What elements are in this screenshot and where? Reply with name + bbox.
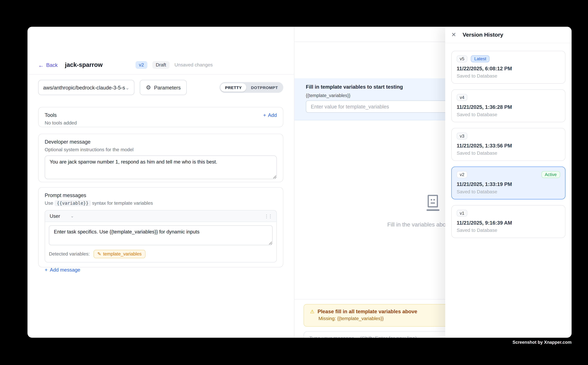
toggle-dotprompt[interactable]: DOTPROMPT [246,83,283,92]
back-label: Back [46,62,58,68]
version-card-row: v5 Latest [457,55,560,62]
version-card-row: v1 [457,210,560,217]
version-card-row: v2 Active [457,171,560,178]
template-variable-chip[interactable]: ✎ template_variables [94,250,145,258]
format-toggle: PRETTY DOTPROMPT [220,82,283,93]
version-badge: v2 [136,61,147,69]
developer-message-title: Developer message [45,139,277,145]
prompt-messages-card: Prompt messages Use {{variable}} syntax … [38,187,283,267]
version-save-status: Saved to Database [457,112,560,117]
plus-icon: + [263,112,266,118]
subtitle-prefix: Use [45,201,53,206]
version-date: 11/21/2025, 1:33:56 PM [457,143,560,149]
close-icon[interactable]: ✕ [451,31,456,38]
version-card-row: v3 [457,133,560,139]
version-save-status: Saved to Database [457,151,560,156]
warning-title: Please fill in all template variables ab… [318,309,417,315]
version-history-title: Version History [463,32,503,38]
version-date: 11/21/2025, 1:33:19 PM [457,182,560,187]
detected-variables-row: Detected variables: ✎ template_variables [45,250,276,262]
version-chip: v3 [457,133,467,139]
variable-syntax-chip: {{variable}} [55,200,91,206]
version-date: 11/22/2025, 6:08:12 PM [457,66,560,71]
prompt-messages-subtitle: Use {{variable}} syntax for template var… [45,201,277,206]
plus-icon: + [45,267,48,273]
warning-icon: ⚠ [310,309,314,315]
version-save-status: Saved to Database [457,228,560,233]
version-history-sidebar: ✕ Version History v5 Latest 11/22/2025, … [445,27,572,338]
gear-icon: ⚙ [146,84,151,91]
message-header: User ⌄ ⋮⋮ [45,211,276,222]
developer-message-textarea[interactable]: You are jack sparrow number 1, respond a… [45,155,277,179]
version-status-badge: Active [541,171,560,178]
model-selector-value: aws/anthropic/bedrock-claude-3-5-s... [43,85,125,90]
version-date: 11/21/2025, 9:16:39 AM [457,220,560,226]
add-message-button[interactable]: + Add message [45,267,277,273]
developer-message-subtitle: Optional system instructions for the mod… [45,147,277,152]
back-button[interactable]: ← Back [38,62,58,68]
version-card[interactable]: v2 Active 11/21/2025, 1:33:19 PM Saved t… [451,167,565,199]
version-status-badge: Latest [471,55,490,62]
parameters-button[interactable]: ⚙ Parameters [140,80,187,95]
parameters-label: Parameters [154,85,181,90]
version-chip: v2 [457,171,467,178]
version-history-header: ✕ Version History [445,27,572,43]
unsaved-changes-label: Unsaved changes [174,62,213,68]
version-card[interactable]: v4 11/21/2025, 1:36:28 PM Saved to Datab… [451,90,565,122]
toggle-pretty[interactable]: PRETTY [221,83,246,92]
chevron-down-icon[interactable]: ⌄ [70,213,74,218]
screenshot-canvas: ← Back jack-sparrow v2 Draft Unsaved cha… [0,0,588,365]
detected-variables-label: Detected variables: [49,251,90,257]
message-block: User ⌄ ⋮⋮ Enter task specifics. Use {{te… [45,210,277,262]
version-card[interactable]: v1 11/21/2025, 9:16:39 AM Saved to Datab… [451,205,565,238]
model-selector[interactable]: aws/anthropic/bedrock-claude-3-5-s... ⌄ [38,80,134,95]
back-arrow-icon: ← [38,62,44,68]
tools-card: Tools + Add No tools added [38,107,283,127]
editor-toolbar: aws/anthropic/bedrock-claude-3-5-s... ⌄ … [28,80,294,95]
version-save-status: Saved to Database [457,73,560,79]
message-body: Enter task specifics. Use {{template_var… [45,222,276,250]
add-message-label: Add message [50,267,80,273]
version-list: v5 Latest 11/22/2025, 6:08:12 PM Saved t… [445,43,572,251]
pencil-icon: ✎ [97,251,101,257]
header-badges: v2 Draft Unsaved changes [136,61,213,69]
robot-icon [426,195,439,211]
editor-header: ← Back jack-sparrow v2 Draft Unsaved cha… [28,27,294,74]
prompt-editor-panel: ← Back jack-sparrow v2 Draft Unsaved cha… [28,27,294,338]
version-save-status: Saved to Database [457,189,560,194]
drag-handle-icon[interactable]: ⋮⋮ [264,213,272,219]
app-window: ← Back jack-sparrow v2 Draft Unsaved cha… [28,27,572,338]
version-card[interactable]: v3 11/21/2025, 1:33:56 PM Saved to Datab… [451,128,565,161]
page-title: jack-sparrow [65,62,103,68]
version-date: 11/21/2025, 1:36:28 PM [457,104,560,110]
version-card[interactable]: v5 Latest 11/22/2025, 6:08:12 PM Saved t… [451,51,565,84]
draft-badge: Draft [152,61,170,69]
chevron-down-icon: ⌄ [125,85,129,90]
role-selector[interactable]: User [49,213,60,219]
no-tools-text: No tools added [45,120,277,126]
prompt-messages-title: Prompt messages [45,193,277,198]
user-message-textarea[interactable]: Enter task specifics. Use {{template_var… [49,225,273,245]
version-chip: v5 [457,55,467,62]
version-card-row: v4 [457,94,560,101]
version-chip: v4 [457,94,467,101]
template-variable-chip-label: template_variables [103,251,142,257]
developer-message-card: Developer message Optional system instru… [38,134,283,182]
add-tool-button[interactable]: + Add [263,112,277,118]
version-chip: v1 [457,210,467,217]
subtitle-suffix: syntax for template variables [92,201,153,206]
tools-title: Tools [45,112,277,118]
add-tool-label: Add [268,112,277,118]
watermark: Screenshot by Xnapper.com [512,340,572,344]
editor-cards: Tools + Add No tools added Developer mes… [28,107,294,267]
